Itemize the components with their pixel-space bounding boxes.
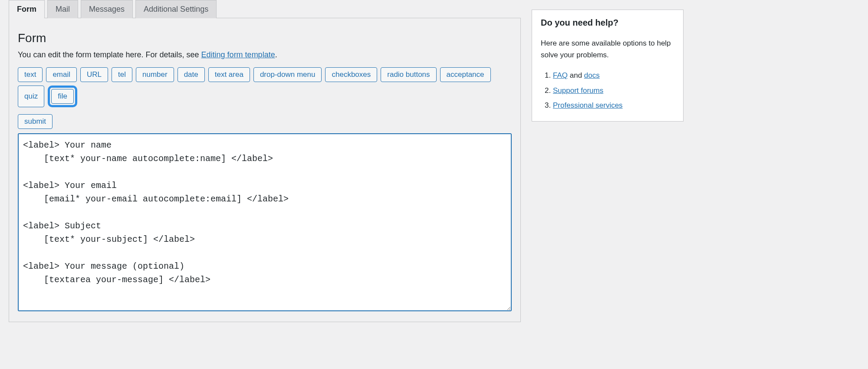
- tag-submit-button[interactable]: submit: [18, 114, 53, 129]
- form-panel: Form You can edit the form template here…: [9, 18, 521, 322]
- description-suffix: .: [275, 50, 277, 59]
- tag-number-button[interactable]: number: [136, 67, 174, 82]
- tag-acceptance-button[interactable]: acceptance: [440, 67, 491, 82]
- description-text: You can edit the form template here. For…: [18, 50, 201, 59]
- tabs-bar: Form Mail Messages Additional Settings: [9, 0, 521, 18]
- docs-link[interactable]: docs: [584, 71, 600, 79]
- tag-radio-button[interactable]: radio buttons: [381, 67, 436, 82]
- tab-messages[interactable]: Messages: [81, 0, 133, 18]
- tag-tel-button[interactable]: tel: [112, 67, 132, 82]
- help-item-faq: FAQ and docs: [553, 69, 674, 82]
- tag-dropdown-button[interactable]: drop-down menu: [253, 67, 322, 82]
- tag-checkboxes-button[interactable]: checkboxes: [325, 67, 377, 82]
- file-button-highlight: file: [48, 86, 77, 107]
- help-item-support: Support forums: [553, 84, 674, 98]
- faq-link[interactable]: FAQ: [553, 71, 568, 79]
- main-panel: Form Mail Messages Additional Settings F…: [9, 0, 521, 322]
- tag-date-button[interactable]: date: [178, 67, 205, 82]
- form-description: You can edit the form template here. For…: [18, 50, 512, 59]
- support-forums-link[interactable]: Support forums: [553, 86, 603, 95]
- editing-template-link[interactable]: Editing form template: [201, 50, 275, 59]
- help-title: Do you need help?: [541, 18, 674, 28]
- tab-additional-settings[interactable]: Additional Settings: [135, 0, 217, 18]
- tag-email-button[interactable]: email: [46, 67, 77, 82]
- tab-mail[interactable]: Mail: [47, 0, 78, 18]
- help-sidebar: Do you need help? Here are some availabl…: [532, 10, 684, 122]
- tag-textarea-button[interactable]: text area: [208, 67, 250, 82]
- tag-url-button[interactable]: URL: [80, 67, 108, 82]
- tab-form[interactable]: Form: [9, 0, 45, 18]
- section-heading: Form: [18, 31, 512, 45]
- help-faq-mid: and: [568, 71, 584, 79]
- form-template-textarea[interactable]: [18, 133, 512, 311]
- tag-file-button[interactable]: file: [51, 89, 74, 104]
- tag-quiz-button[interactable]: quiz: [18, 86, 44, 107]
- help-list: FAQ and docs Support forums Professional…: [541, 69, 674, 112]
- tag-button-row: text email URL tel number date text area…: [18, 67, 512, 129]
- tag-text-button[interactable]: text: [18, 67, 43, 82]
- help-intro: Here are some available options to help …: [541, 37, 674, 61]
- professional-services-link[interactable]: Professional services: [553, 101, 623, 109]
- help-item-professional: Professional services: [553, 99, 674, 112]
